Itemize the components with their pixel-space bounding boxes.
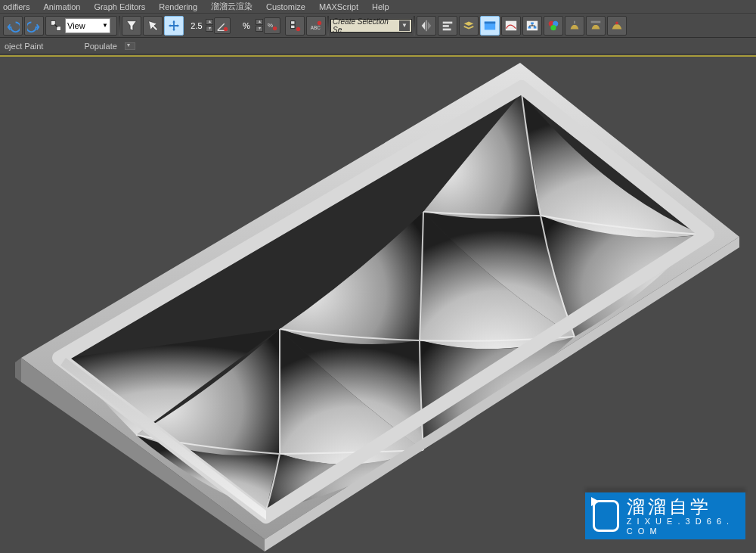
play-icon [593, 500, 619, 532]
undo-button[interactable] [3, 16, 23, 36]
separator [119, 16, 120, 36]
percent-spinner[interactable]: ▴▾ [256, 19, 263, 32]
rendered-frame-button[interactable] [586, 16, 606, 36]
align-button[interactable] [438, 16, 457, 36]
material-editor-button[interactable] [544, 16, 563, 36]
menu-graph-editors[interactable]: Graph Editors [94, 2, 145, 11]
svg-line-2 [54, 24, 57, 27]
snap-spinner[interactable]: ▴▾ [206, 19, 213, 32]
svg-rect-11 [443, 21, 453, 23]
svg-rect-18 [531, 22, 534, 24]
redo-button[interactable] [24, 16, 44, 36]
abc-snap-button[interactable]: ABC [306, 16, 326, 36]
main-toolbar: View ▼ 2.5 ▴▾ % ▴▾ % ABC Create Selectio… [0, 14, 756, 38]
chevron-down-icon: ▼ [399, 20, 410, 31]
ribbon-populate[interactable]: Populate [84, 42, 116, 51]
menu-animation[interactable]: Animation [43, 2, 80, 11]
svg-point-26 [615, 21, 618, 24]
ribbon-object-paint[interactable]: oject Paint [5, 42, 43, 51]
separator [414, 16, 415, 36]
angle-snap-group: 2.5 ▴▾ [185, 16, 234, 36]
reference-system-dropdown[interactable]: View ▼ [65, 18, 110, 33]
menu-help[interactable]: Help [372, 2, 389, 11]
snap-value: 2.5 [188, 21, 205, 30]
svg-rect-19 [528, 26, 531, 28]
render-production-button[interactable] [607, 16, 627, 36]
link-button[interactable]: View ▼ [45, 16, 117, 36]
render-setup-button[interactable] [565, 16, 584, 36]
named-selection-dropdown[interactable]: Create Selection Se ▼ [330, 19, 412, 33]
curve-editor-button[interactable] [501, 16, 521, 36]
svg-rect-25 [591, 20, 601, 23]
svg-rect-15 [485, 21, 495, 23]
svg-point-5 [273, 26, 277, 30]
mirror-button[interactable] [417, 16, 436, 36]
percent-snap-group: % ▴▾ % [235, 16, 284, 36]
menu-rendering[interactable]: Rendering [159, 2, 197, 11]
angle-snap-button[interactable] [214, 17, 231, 34]
svg-point-8 [296, 26, 300, 30]
viewport-3d-model [0, 57, 756, 553]
svg-rect-24 [574, 20, 575, 23]
menubar: odifiers Animation Graph Editors Renderi… [0, 0, 756, 14]
svg-rect-20 [534, 26, 537, 28]
select-object-button[interactable] [143, 16, 163, 36]
svg-rect-6 [291, 20, 295, 24]
ribbon-bar: oject Paint Populate [0, 38, 756, 54]
svg-rect-7 [291, 25, 295, 29]
watermark-subtitle: Z I X U E . 3 D 6 6 . C O M [627, 517, 738, 536]
svg-rect-12 [443, 25, 449, 27]
svg-text:%: % [268, 21, 273, 28]
svg-point-3 [224, 26, 228, 30]
svg-rect-13 [443, 28, 451, 30]
menu-modifiers[interactable]: odifiers [3, 2, 29, 11]
separator [327, 16, 329, 36]
menu-customize[interactable]: Customize [266, 2, 305, 11]
watermark-title: 溜溜自学 [627, 496, 738, 517]
percent-label: % [238, 21, 255, 30]
svg-marker-32 [15, 358, 21, 382]
spinner-snap-button[interactable] [285, 16, 305, 36]
ribbon-dropdown[interactable] [125, 42, 135, 50]
percent-snap-button[interactable]: % [264, 17, 280, 34]
chevron-down-icon: ▼ [102, 22, 108, 29]
svg-point-23 [550, 25, 556, 30]
menu-liuliu-render[interactable]: 溜溜云渲染 [211, 1, 253, 12]
named-selection-placeholder: Create Selection Se [333, 17, 399, 34]
layer-manager-button[interactable] [459, 16, 479, 36]
svg-point-10 [318, 20, 321, 24]
svg-rect-16 [506, 20, 516, 30]
watermark-badge: 溜溜自学 Z I X U E . 3 D 6 6 . C O M [585, 492, 745, 539]
reference-system-value: View [67, 21, 85, 30]
viewport[interactable]: 溜溜自学 Z I X U E . 3 D 6 6 . C O M [0, 55, 756, 553]
menu-maxscript[interactable]: MAXScript [319, 2, 358, 11]
svg-text:ABC: ABC [311, 24, 321, 30]
select-filter-button[interactable] [122, 16, 141, 36]
toggle-ribbon-button[interactable] [480, 16, 500, 36]
select-and-move-button[interactable] [164, 16, 184, 36]
schematic-view-button[interactable] [522, 16, 542, 36]
